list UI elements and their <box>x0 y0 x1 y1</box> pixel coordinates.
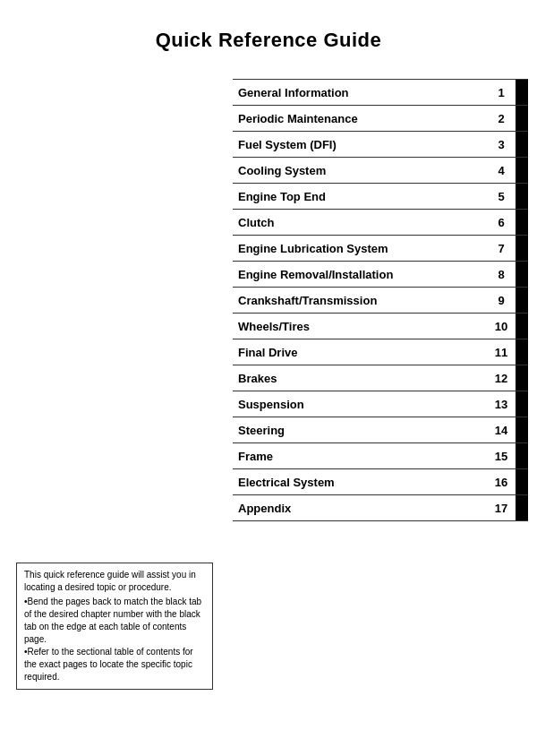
toc-row[interactable]: Engine Top End5 <box>233 183 528 209</box>
toc-number: 6 <box>490 216 516 229</box>
toc-number: 5 <box>490 190 516 203</box>
toc-label: Engine Top End <box>233 186 490 207</box>
note-bullet2: •Refer to the sectional table of content… <box>24 646 205 683</box>
toc-number: 7 <box>490 242 516 255</box>
note-line1: This quick reference guide will assist y… <box>24 569 205 594</box>
toc-row[interactable]: Steering14 <box>233 417 528 442</box>
toc-label: Engine Removal/Installation <box>233 264 490 285</box>
toc-tab <box>516 262 528 287</box>
toc-label: Brakes <box>233 368 490 389</box>
toc-label: Wheels/Tires <box>233 316 490 337</box>
toc-tab <box>516 158 528 183</box>
toc-tab <box>516 80 528 105</box>
toc-row[interactable]: General Information1 <box>233 79 528 105</box>
toc-container: General Information1Periodic Maintenance… <box>233 79 528 521</box>
toc-tab <box>516 339 528 365</box>
toc-tab <box>516 210 528 235</box>
toc-tab <box>516 391 528 417</box>
toc-number: 8 <box>490 268 516 281</box>
toc-tab <box>516 132 528 157</box>
toc-number: 2 <box>490 112 516 125</box>
toc-row[interactable]: Fuel System (DFI)3 <box>233 131 528 157</box>
toc-number: 10 <box>490 320 516 333</box>
toc-label: Steering <box>233 420 490 441</box>
note-box: This quick reference guide will assist y… <box>16 563 213 690</box>
toc-number: 11 <box>490 346 516 359</box>
toc-row[interactable]: Engine Lubrication System7 <box>233 235 528 261</box>
toc-number: 16 <box>490 476 516 489</box>
toc-number: 13 <box>490 398 516 411</box>
toc-label: Engine Lubrication System <box>233 238 490 259</box>
toc-row[interactable]: Brakes12 <box>233 365 528 391</box>
toc-label: Cooling System <box>233 160 490 181</box>
toc-row[interactable]: Frame15 <box>233 442 528 468</box>
toc-row[interactable]: Clutch6 <box>233 209 528 235</box>
toc-label: Periodic Maintenance <box>233 108 490 129</box>
toc-row[interactable]: Crankshaft/Transmission9 <box>233 287 528 313</box>
toc-number: 9 <box>490 294 516 307</box>
toc-tab <box>516 314 528 339</box>
toc-label: Appendix <box>233 498 490 519</box>
toc-tab <box>516 184 528 209</box>
toc-tab <box>516 365 528 391</box>
toc-tab <box>516 495 528 520</box>
toc-row[interactable]: Periodic Maintenance2 <box>233 105 528 131</box>
toc-label: Frame <box>233 446 490 467</box>
toc-label: Final Drive <box>233 342 490 363</box>
toc-label: Fuel System (DFI) <box>233 134 490 155</box>
toc-number: 4 <box>490 164 516 177</box>
toc-tab <box>516 288 528 313</box>
toc-row[interactable]: Suspension13 <box>233 391 528 417</box>
toc-tab <box>516 469 528 494</box>
toc-tab <box>516 106 528 131</box>
page-title: Quick Reference Guide <box>0 0 537 68</box>
toc-tab <box>516 443 528 468</box>
toc-number: 1 <box>490 86 516 99</box>
toc-row[interactable]: Electrical System16 <box>233 468 528 494</box>
toc-tab <box>516 417 528 442</box>
toc-label: Suspension <box>233 394 490 415</box>
toc-number: 14 <box>490 424 516 437</box>
toc-row[interactable]: Appendix17 <box>233 494 528 521</box>
toc-label: General Information <box>233 82 490 103</box>
toc-number: 3 <box>490 138 516 151</box>
note-bullet1: •Bend the pages back to match the black … <box>24 596 205 646</box>
toc-number: 12 <box>490 372 516 385</box>
toc-tab <box>516 236 528 261</box>
toc-row[interactable]: Wheels/Tires10 <box>233 313 528 339</box>
toc-label: Clutch <box>233 212 490 233</box>
toc-label: Electrical System <box>233 472 490 493</box>
toc-number: 17 <box>490 502 516 515</box>
toc-row[interactable]: Engine Removal/Installation8 <box>233 261 528 287</box>
toc-label: Crankshaft/Transmission <box>233 290 490 311</box>
toc-number: 15 <box>490 450 516 463</box>
toc-row[interactable]: Final Drive11 <box>233 339 528 365</box>
toc-row[interactable]: Cooling System4 <box>233 157 528 183</box>
